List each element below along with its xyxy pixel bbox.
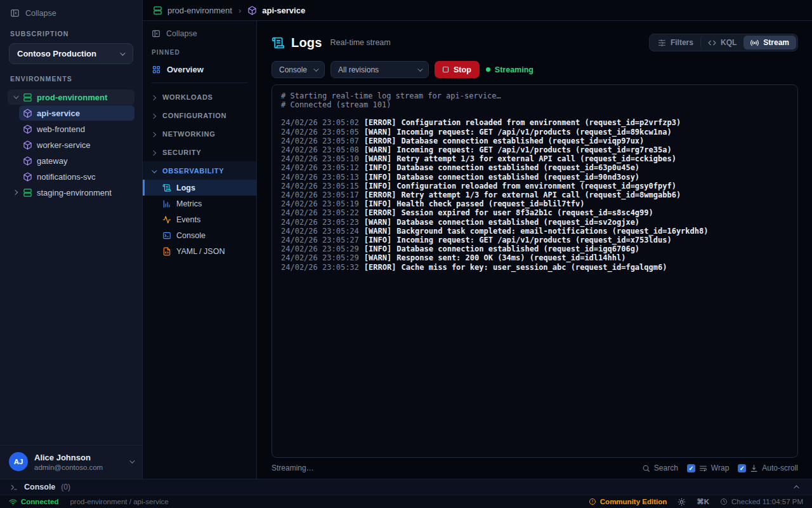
sidebar-item-label: Console [176, 231, 206, 240]
log-entry: 24/02/26 23:05:13[INFO]Database connecti… [281, 173, 789, 182]
view-toggle: Filters KQL [649, 34, 798, 51]
user-info: Alice Johnson admin@contoso.com [34, 453, 103, 471]
scroll-logs-icon [272, 36, 285, 50]
log-entry: 24/02/26 23:05:10[WARN]Retry attempt 1/3… [281, 154, 789, 163]
log-entry: 24/02/26 23:05:17[ERROR]Retry attempt 1/… [281, 190, 789, 199]
tree-item-web-frontend[interactable]: web-frontend [19, 121, 134, 137]
section-observability[interactable]: OBSERVABILITY [143, 161, 256, 180]
search-label: Search [654, 464, 678, 472]
checkbox-checked-icon[interactable] [738, 464, 746, 472]
source-select-value: Console [279, 65, 307, 74]
connection-status: Connected [9, 498, 58, 506]
tree-item-notifications-svc[interactable]: notifications-svc [19, 169, 134, 184]
checkbox-checked-icon[interactable] [687, 464, 695, 472]
log-level-tag: [WARN] [364, 154, 391, 163]
log-entry: 24/02/26 23:05:29[INFO]Database connecti… [281, 244, 789, 253]
stop-label: Stop [454, 65, 471, 74]
log-timestamp: 24/02/26 23:05:22 [281, 208, 359, 217]
chevron-right-icon [152, 112, 157, 119]
section-security[interactable]: SECURITY [143, 143, 256, 161]
log-message: Cache miss for key: user_session_abc (re… [401, 263, 667, 272]
tree-item-gateway[interactable]: gateway [19, 153, 134, 168]
sidebar-item-metrics[interactable]: Metrics [143, 196, 256, 211]
kql-button[interactable]: KQL [700, 36, 743, 50]
section-networking[interactable]: NETWORKING [143, 124, 256, 143]
sidebar-collapse-label: Collapse [25, 9, 56, 18]
tree-item-worker-service[interactable]: worker-service [19, 137, 134, 152]
service-sidebar-collapse-button[interactable]: Collapse [143, 21, 256, 43]
command-palette-shortcut[interactable]: ⌘K [697, 497, 709, 506]
avatar: AJ [9, 452, 28, 471]
sidebar-item-logs[interactable]: Logs [143, 180, 256, 196]
activity-icon [162, 215, 171, 224]
streaming-indicator: Streaming [486, 65, 534, 74]
service-icon [23, 172, 32, 182]
log-entry: 24/02/26 23:05:15[INFO]Configuration rel… [281, 182, 789, 190]
breadcrumb-service[interactable]: api-service [262, 6, 305, 15]
arrow-down-to-line-icon [750, 464, 758, 472]
sidebar-collapse-button[interactable]: Collapse [0, 0, 142, 23]
sidebar-item-overview[interactable]: Overview [143, 60, 256, 79]
section-configuration[interactable]: CONFIGURATION [143, 106, 256, 124]
health-check-label: Checked 11:04:57 PM [731, 498, 803, 505]
status-bar-right: Community Edition ⌘K Checked 11:04:57 PM [589, 497, 803, 506]
chevron-right-icon [152, 130, 157, 138]
console-panel-bar[interactable]: Console (0) [0, 479, 812, 495]
log-entry: 24/02/26 23:05:23[WARN]Database connecti… [281, 218, 789, 227]
stop-button[interactable]: Stop [435, 61, 480, 78]
subscription-select[interactable]: Contoso Production [9, 43, 133, 64]
stream-label: Stream [763, 38, 789, 47]
log-level-tag: [INFO] [364, 244, 391, 253]
user-menu[interactable]: AJ Alice Johnson admin@contoso.com [0, 445, 142, 479]
revisions-select[interactable]: All revisions [331, 61, 429, 78]
log-comment-line: # Connected (stream 101) [281, 100, 789, 109]
sidebar-item-yaml-json[interactable]: YAML / JSON [143, 243, 256, 259]
service-icon [23, 124, 32, 134]
sidebar-item-label: Metrics [176, 199, 202, 208]
breadcrumb-environment[interactable]: prod-environment [167, 6, 232, 15]
tree-item-label: staging-environment [37, 188, 112, 197]
source-select[interactable]: Console [272, 61, 325, 78]
log-timestamp: 24/02/26 23:05:07 [281, 137, 359, 145]
chevron-right-icon [152, 93, 157, 101]
log-timestamp: 24/02/26 23:05:10 [281, 154, 359, 163]
log-message: Database connection established (request… [396, 244, 639, 253]
autoscroll-toggle[interactable]: Auto-scroll [738, 464, 798, 472]
log-level-tag: [INFO] [364, 163, 391, 172]
filters-button[interactable]: Filters [651, 36, 700, 50]
tree-item-label: worker-service [37, 140, 91, 150]
theme-toggle-button[interactable] [678, 498, 686, 506]
tree-item-label: web-frontend [37, 124, 85, 134]
log-timestamp: 24/02/26 23:05:15 [281, 182, 359, 190]
tree-item-prod-environment[interactable]: prod-environment [8, 90, 134, 105]
log-entry: 24/02/26 23:05:24[WARN]Background task c… [281, 227, 789, 236]
log-message: Configuration reloaded from environment … [401, 118, 681, 127]
wrap-toggle[interactable]: Wrap [687, 464, 729, 472]
main-row: Collapse SUBSCRIPTION Contoso Production… [0, 0, 812, 479]
tree-item-staging-environment[interactable]: staging-environment [8, 185, 134, 200]
chevron-up-icon[interactable] [794, 485, 799, 490]
tree-item-label: api-service [37, 109, 80, 118]
log-timestamp: 24/02/26 23:05:05 [281, 128, 359, 137]
search-button[interactable]: Search [642, 464, 678, 472]
sidebar-item-console[interactable]: Console [143, 227, 256, 243]
log-message: Database connection established (request… [401, 137, 644, 145]
user-email: admin@contoso.com [34, 464, 103, 471]
search-icon [642, 464, 650, 472]
health-check-status: Checked 11:04:57 PM [720, 498, 803, 505]
chevron-down-icon [129, 458, 134, 463]
section-label: WORKLOADS [162, 93, 213, 101]
log-timestamp: 24/02/26 23:05:32 [281, 263, 359, 272]
stream-button[interactable]: Stream [743, 36, 796, 50]
file-code-icon [162, 247, 171, 256]
sidebar-item-events[interactable]: Events [143, 211, 256, 227]
autoscroll-label: Auto-scroll [762, 464, 798, 472]
log-message: Database connection established (request… [396, 173, 639, 182]
tree-item-api-service[interactable]: api-service [19, 105, 134, 121]
page-header: Logs Real-time stream Filters [272, 34, 798, 51]
log-viewer[interactable]: # Starting real-time log stream for api-… [272, 84, 798, 458]
log-comment-line: # Starting real-time log stream for api-… [281, 91, 789, 100]
section-workloads[interactable]: WORKLOADS [143, 88, 256, 106]
log-message: Retry attempt 1/3 for external API call … [401, 190, 681, 199]
log-message: Session expired for user 8f3a2b1c (reque… [401, 208, 653, 217]
